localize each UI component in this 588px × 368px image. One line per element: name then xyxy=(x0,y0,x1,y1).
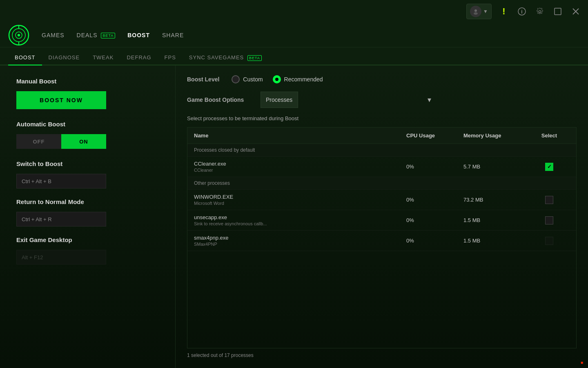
automatic-boost-toggle[interactable]: OFF ON xyxy=(16,134,106,149)
table-row: CCleaner.exe CCleaner 0% 5.7 MB xyxy=(187,157,576,177)
col-header-cpu: CPU Usage xyxy=(406,132,463,139)
main-content: Manual Boost BOOST NOW Automatic Boost O… xyxy=(0,65,588,368)
toggle-off-button[interactable]: OFF xyxy=(16,134,61,149)
dropdown-arrow-icon: ▾ xyxy=(428,95,431,104)
settings-icon[interactable] xyxy=(534,6,546,17)
radio-custom[interactable]: Custom xyxy=(232,75,263,83)
subnav-tweak[interactable]: TWEAK xyxy=(86,50,120,65)
svg-point-1 xyxy=(474,9,477,12)
game-boost-options-select[interactable]: Processes Services Network xyxy=(261,92,298,108)
exclamation-icon[interactable]: ! xyxy=(498,6,510,17)
process-mem: 73.2 MB xyxy=(463,197,529,203)
subnav-fps[interactable]: FPS xyxy=(158,50,183,65)
boost-level-label: Boost Level xyxy=(187,76,219,83)
process-cpu: 0% xyxy=(406,164,463,170)
alert-icon: ! xyxy=(502,6,505,17)
radio-recommended[interactable]: Recommended xyxy=(273,75,323,83)
boost-level-row: Boost Level Custom Recommended xyxy=(187,75,577,83)
nav-games[interactable]: GAMES xyxy=(42,30,65,40)
process-name: CCleaner.exe xyxy=(194,161,406,167)
svg-text:i: i xyxy=(521,9,522,15)
process-name-cell: smax4pnp.exe SMax4PNP xyxy=(194,235,406,247)
title-bar-icons: ▼ ! i xyxy=(466,4,581,19)
process-name: unsecapp.exe xyxy=(194,214,406,220)
left-panel: Manual Boost BOOST NOW Automatic Boost O… xyxy=(0,65,176,368)
process-mem: 5.7 MB xyxy=(463,164,529,170)
info-icon[interactable]: i xyxy=(516,6,528,17)
process-checkbox-winword[interactable] xyxy=(545,196,553,204)
nav-deals[interactable]: DEALS BETA xyxy=(77,30,116,40)
svg-point-11 xyxy=(18,34,20,36)
table-row: unsecapp.exe Sink to receive asynchronou… xyxy=(187,210,576,231)
nav-boost[interactable]: BOOST xyxy=(127,30,150,40)
col-header-memory: Memory Usage xyxy=(463,132,529,139)
process-check-cell[interactable] xyxy=(529,196,570,204)
table-row: smax4pnp.exe SMax4PNP 0% 1.5 MB xyxy=(187,231,576,251)
process-cpu: 0% xyxy=(406,217,463,223)
process-table: Name CPU Usage Memory Usage Select Proce… xyxy=(187,127,577,348)
table-header: Name CPU Usage Memory Usage Select xyxy=(187,128,576,144)
toggle-on-button[interactable]: ON xyxy=(61,134,106,149)
automatic-boost-title: Automatic Boost xyxy=(16,121,159,128)
right-panel: Boost Level Custom Recommended Game Boos… xyxy=(176,65,588,368)
process-check-cell[interactable] xyxy=(529,163,570,171)
subnav-diagnose[interactable]: DIAGNOSE xyxy=(42,50,87,65)
process-name: smax4pnp.exe xyxy=(194,235,406,241)
table-body: Processes closed by default CCleaner.exe… xyxy=(187,144,576,348)
svg-point-2 xyxy=(474,12,478,15)
profile-dropdown[interactable]: ▼ xyxy=(466,4,492,19)
process-checkbox-unsecapp[interactable] xyxy=(545,216,553,224)
chevron-down-icon: ▼ xyxy=(483,9,488,14)
close-icon[interactable] xyxy=(570,6,581,17)
select-processes-info: Select processes to be terminated during… xyxy=(187,115,577,121)
process-mem: 1.5 MB xyxy=(463,217,529,223)
process-checkbox-smax4pnp xyxy=(545,237,553,245)
main-nav: GAMES DEALS BETA BOOST SHARE xyxy=(42,30,184,40)
radio-label-custom: Custom xyxy=(243,76,263,83)
exit-game-desktop-title: Exit Game Desktop xyxy=(16,236,159,243)
manual-boost-title: Manual Boost xyxy=(16,78,159,85)
process-desc: SMax4PNP xyxy=(194,242,406,247)
process-checkbox-ccleaner[interactable] xyxy=(545,163,553,171)
radio-circle-custom xyxy=(232,75,240,83)
process-check-cell xyxy=(529,237,570,245)
subnav-boost[interactable]: BOOST xyxy=(8,50,42,65)
process-desc: CCleaner xyxy=(194,168,406,173)
window-icon[interactable] xyxy=(552,6,564,17)
app-header: GAMES DEALS BETA BOOST SHARE xyxy=(0,23,588,47)
status-bar: 1 selected out of 17 processes xyxy=(187,348,577,358)
version-indicator: ■ xyxy=(581,360,583,365)
return-to-normal-shortcut[interactable]: Ctrl + Alt + R xyxy=(16,212,106,227)
title-bar: ▼ ! i xyxy=(0,0,588,23)
subnav-syncsavegames[interactable]: SYNC SAVEGAMES BETA xyxy=(183,50,268,65)
process-desc: Sink to receive asynchronous callb... xyxy=(194,221,406,226)
subnav-defrag[interactable]: DEFRAG xyxy=(120,50,158,65)
switch-to-boost-shortcut[interactable]: Ctrl + Alt + B xyxy=(16,174,106,188)
game-boost-options-row: Game Boost Options Processes Services Ne… xyxy=(187,92,577,108)
col-header-select: Select xyxy=(529,132,570,139)
radio-circle-recommended xyxy=(273,75,281,83)
razer-logo xyxy=(8,25,29,46)
table-row: WINWORD.EXE Microsoft Word 0% 73.2 MB xyxy=(187,190,576,210)
game-boost-options-label: Game Boost Options xyxy=(187,96,252,103)
process-mem: 1.5 MB xyxy=(463,238,529,244)
sub-nav: BOOST DIAGNOSE TWEAK DEFRAG FPS SYNC SAV… xyxy=(0,47,588,65)
radio-label-recommended: Recommended xyxy=(284,76,323,83)
return-to-normal-title: Return to Normal Mode xyxy=(16,198,159,205)
process-name-cell: WINWORD.EXE Microsoft Word xyxy=(194,194,406,206)
boost-level-radio-group: Custom Recommended xyxy=(232,75,323,83)
section-header-other: Other processes xyxy=(187,177,576,190)
process-desc: Microsoft Word xyxy=(194,201,406,206)
game-boost-dropdown-wrapper: Processes Services Network ▾ xyxy=(261,92,436,108)
exit-game-desktop-shortcut[interactable]: Alt + F12 xyxy=(16,250,106,265)
deals-beta-badge: BETA xyxy=(101,33,115,38)
section-header-default: Processes closed by default xyxy=(187,144,576,157)
boost-now-button[interactable]: BOOST NOW xyxy=(16,91,106,109)
process-name: WINWORD.EXE xyxy=(194,194,406,200)
process-check-cell[interactable] xyxy=(529,216,570,224)
process-cpu: 0% xyxy=(406,197,463,203)
nav-share[interactable]: SHARE xyxy=(162,30,184,40)
profile-icon xyxy=(470,6,481,17)
process-cpu: 0% xyxy=(406,238,463,244)
selected-count-text: 1 selected out of 17 processes xyxy=(187,352,254,358)
